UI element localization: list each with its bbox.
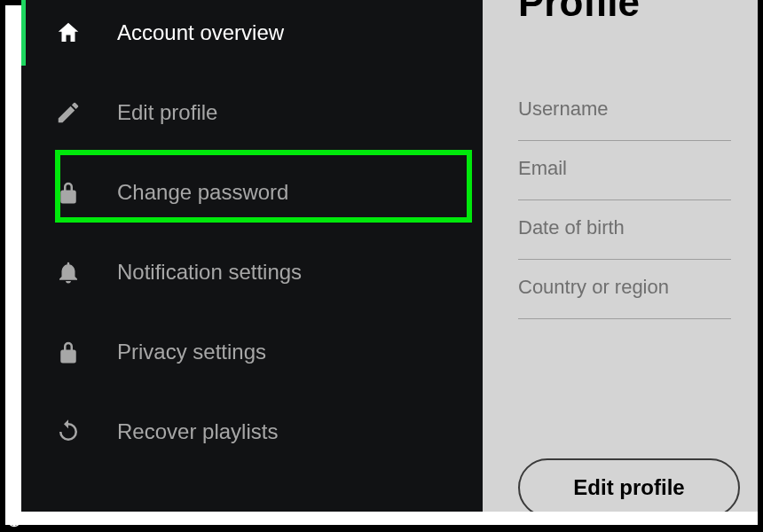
field-dob[interactable]: Date of birth [518, 200, 731, 260]
sidebar-item-recover-playlists[interactable]: Recover playlists [21, 392, 483, 472]
sidebar-item-label: Privacy settings [117, 340, 266, 364]
field-country[interactable]: Country or region [518, 260, 731, 319]
field-label: Country or region [518, 276, 669, 298]
pencil-icon [53, 98, 83, 128]
sidebar-item-label: Change password [117, 180, 288, 205]
field-username[interactable]: Username [518, 82, 731, 141]
edit-profile-button[interactable]: Edit profile [518, 458, 740, 512]
field-label: Date of birth [518, 216, 625, 239]
field-label: Email [518, 157, 567, 179]
page-title: Profile [518, 0, 640, 25]
watermark: Followeran.com [5, 511, 135, 528]
lock-icon [53, 177, 83, 207]
sidebar-item-label: Notification settings [117, 260, 302, 285]
sidebar-item-account-overview[interactable]: Account overview [21, 0, 483, 73]
sidebar-item-label: Recover playlists [117, 419, 278, 444]
sidebar-item-change-password[interactable]: Change password [21, 153, 483, 232]
sidebar-item-notification-settings[interactable]: Notification settings [21, 232, 483, 312]
sidebar-item-label: Account overview [117, 20, 284, 45]
app-frame: Account overview Edit profile Change pas… [4, 4, 759, 527]
sidebar-item-label: Edit profile [117, 100, 217, 125]
sidebar-item-privacy-settings[interactable]: Privacy settings [21, 312, 483, 392]
sidebar: Account overview Edit profile Change pas… [21, 0, 483, 512]
home-icon [53, 18, 83, 48]
profile-fields: Username Email Date of birth Country or … [518, 82, 731, 319]
field-email[interactable]: Email [518, 141, 731, 200]
refresh-icon [53, 417, 83, 447]
bell-icon [53, 257, 83, 287]
app-window: Account overview Edit profile Change pas… [21, 0, 758, 512]
watermark-text: Followeran.com [28, 511, 135, 528]
globe-icon [5, 511, 23, 528]
field-label: Username [518, 98, 608, 120]
lock-icon [53, 337, 83, 367]
content-panel: Profile Username Email Date of birth Cou… [483, 0, 758, 512]
sidebar-item-edit-profile[interactable]: Edit profile [21, 73, 483, 153]
